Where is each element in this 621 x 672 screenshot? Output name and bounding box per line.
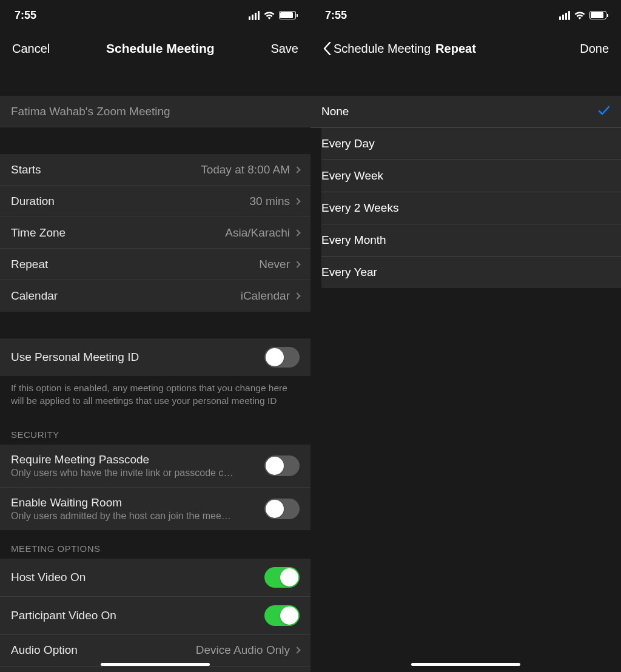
security-group: Require Meeting Passcode Only users who … — [0, 445, 310, 530]
schedule-meeting-screen: 7:55 Cancel Schedule Meeting Save Fatima… — [0, 0, 310, 672]
content-scroll[interactable]: None Every Day Every Week Every 2 Weeks … — [310, 67, 621, 672]
option-label: Every Week — [321, 169, 383, 183]
wifi-icon — [574, 11, 586, 20]
option-label: Every Day — [321, 137, 375, 150]
option-label: Every Year — [321, 266, 377, 279]
duration-label: Duration — [11, 195, 55, 208]
battery-icon — [589, 11, 606, 19]
participant-video-row[interactable]: Participant Video On — [0, 597, 310, 635]
meeting-title-value: Fatima Wahab's Zoom Meeting — [11, 105, 170, 118]
audio-option-row[interactable]: Audio Option Device Audio Only — [0, 635, 310, 667]
meeting-options-section-header: MEETING OPTIONS — [0, 530, 310, 559]
host-video-label: Host Video On — [11, 571, 86, 584]
repeat-options-list: None Every Day Every Week Every 2 Weeks … — [310, 96, 621, 288]
status-time: 7:55 — [15, 9, 36, 22]
page-title: Schedule Meeting — [50, 41, 270, 56]
meeting-options-group: Host Video On Participant Video On Audio… — [0, 559, 310, 672]
status-indicators — [559, 11, 607, 20]
host-video-row[interactable]: Host Video On — [0, 559, 310, 597]
home-indicator[interactable] — [101, 663, 210, 666]
chevron-right-icon — [294, 292, 300, 299]
nav-bar: Cancel Schedule Meeting Save — [0, 30, 310, 67]
repeat-option-every-week[interactable]: Every Week — [321, 160, 621, 192]
pmi-group: Use Personal Meeting ID — [0, 338, 310, 376]
pmi-footer-text: If this option is enabled, any meeting o… — [0, 376, 310, 416]
cellular-signal-icon — [559, 11, 571, 20]
participant-video-toggle[interactable] — [264, 605, 300, 626]
timezone-label: Time Zone — [11, 226, 65, 240]
save-button[interactable]: Save — [270, 42, 298, 56]
repeat-label: Repeat — [11, 258, 48, 271]
status-time: 7:55 — [325, 9, 347, 22]
status-bar: 7:55 — [0, 0, 310, 30]
repeat-option-every-year[interactable]: Every Year — [321, 257, 621, 288]
duration-row[interactable]: Duration 30 mins — [0, 186, 310, 217]
home-indicator[interactable] — [411, 663, 520, 666]
audio-option-value: Device Audio Only — [196, 643, 290, 657]
repeat-screen: 7:55 Schedule Meeting Repeat Done None — [310, 0, 621, 672]
back-button[interactable]: Schedule Meeting Repeat — [323, 42, 476, 56]
repeat-option-every-2-weeks[interactable]: Every 2 Weeks — [321, 192, 621, 224]
cellular-signal-icon — [249, 11, 260, 20]
waiting-room-toggle[interactable] — [264, 499, 300, 519]
option-label: None — [321, 105, 349, 118]
repeat-option-none[interactable]: None — [310, 96, 621, 128]
starts-row[interactable]: Starts Today at 8:00 AM — [0, 154, 310, 186]
repeat-option-every-month[interactable]: Every Month — [321, 224, 621, 257]
audio-option-label: Audio Option — [11, 643, 78, 657]
require-passcode-label: Require Meeting Passcode — [11, 453, 233, 466]
battery-icon — [279, 11, 296, 19]
status-indicators — [249, 11, 297, 20]
starts-value: Today at 8:00 AM — [201, 163, 290, 176]
require-passcode-row[interactable]: Require Meeting Passcode Only users who … — [0, 445, 310, 488]
calendar-value: iCalendar — [241, 289, 290, 303]
page-title: Repeat — [435, 42, 476, 56]
starts-label: Starts — [11, 163, 41, 176]
done-button[interactable]: Done — [580, 42, 609, 56]
use-pmi-row[interactable]: Use Personal Meeting ID — [0, 338, 310, 376]
waiting-room-row[interactable]: Enable Waiting Room Only users admitted … — [0, 488, 310, 530]
calendar-label: Calendar — [11, 289, 58, 303]
time-settings-group: Starts Today at 8:00 AM Duration 30 mins… — [0, 154, 310, 312]
waiting-room-sub: Only users admitted by the host can join… — [11, 511, 231, 522]
chevron-right-icon — [294, 261, 300, 267]
wifi-icon — [263, 11, 275, 20]
require-passcode-sub: Only users who have the invite link or p… — [11, 468, 233, 479]
repeat-option-every-day[interactable]: Every Day — [321, 128, 621, 160]
chevron-right-icon — [294, 647, 300, 654]
host-video-toggle[interactable] — [264, 567, 300, 588]
nav-bar: Schedule Meeting Repeat Done — [310, 30, 621, 67]
repeat-value: Never — [259, 258, 290, 271]
cancel-button[interactable]: Cancel — [12, 42, 50, 56]
use-pmi-label: Use Personal Meeting ID — [11, 351, 139, 364]
meeting-title-input[interactable]: Fatima Wahab's Zoom Meeting — [0, 96, 310, 127]
repeat-row[interactable]: Repeat Never — [0, 249, 310, 280]
timezone-value: Asia/Karachi — [225, 226, 290, 240]
timezone-row[interactable]: Time Zone Asia/Karachi — [0, 217, 310, 249]
status-bar: 7:55 — [310, 0, 621, 30]
option-label: Every Month — [321, 234, 386, 247]
duration-value: 30 mins — [249, 195, 290, 208]
chevron-right-icon — [294, 198, 300, 204]
option-label: Every 2 Weeks — [321, 201, 398, 215]
security-section-header: SECURITY — [0, 416, 310, 445]
calendar-row[interactable]: Calendar iCalendar — [0, 280, 310, 312]
waiting-room-label: Enable Waiting Room — [11, 496, 231, 509]
require-passcode-toggle[interactable] — [264, 455, 300, 476]
use-pmi-toggle[interactable] — [264, 347, 300, 368]
advanced-options-row[interactable]: Advanced Options — [0, 667, 310, 672]
content-scroll[interactable]: Fatima Wahab's Zoom Meeting Starts Today… — [0, 67, 310, 672]
participant-video-label: Participant Video On — [11, 609, 116, 622]
chevron-right-icon — [294, 229, 300, 236]
back-label: Schedule Meeting — [334, 42, 431, 56]
check-icon — [598, 105, 610, 118]
chevron-right-icon — [294, 166, 300, 173]
chevron-left-icon — [323, 42, 331, 55]
